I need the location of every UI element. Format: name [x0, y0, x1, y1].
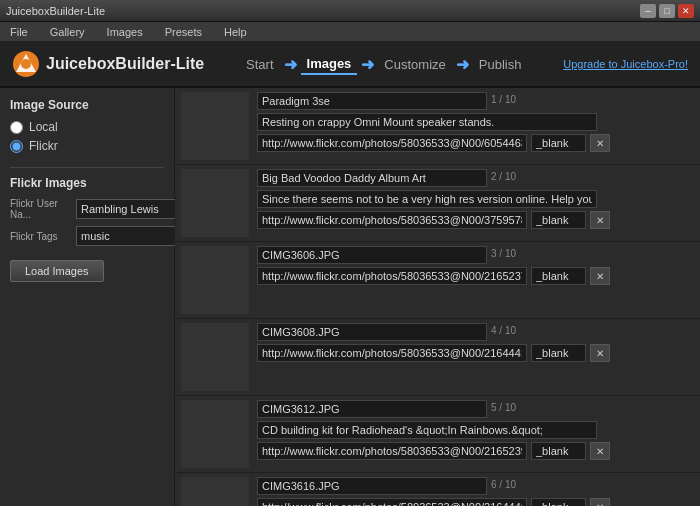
image-details: 3 / 10✕ [257, 246, 694, 285]
arrow-1: ➜ [284, 55, 297, 74]
flickr-user-label: Flickr User Na... [10, 198, 72, 220]
url-row: ✕ [257, 267, 694, 285]
title-row: 2 / 10 [257, 169, 694, 187]
image-counter: 6 / 10 [491, 479, 516, 490]
target-input[interactable] [531, 211, 586, 229]
delete-image-button[interactable]: ✕ [590, 267, 610, 285]
title-input[interactable] [257, 169, 487, 187]
url-input[interactable] [257, 498, 527, 506]
step-start[interactable]: Start [240, 55, 279, 74]
flickr-images-title: Flickr Images [10, 167, 164, 190]
menu-images[interactable]: Images [101, 24, 149, 40]
menu-bar: File Gallery Images Presets Help [0, 22, 700, 42]
image-row: 6 / 10✕ [175, 473, 700, 506]
url-row: ✕ [257, 442, 694, 460]
load-images-button[interactable]: Load Images [10, 260, 104, 282]
image-details: 6 / 10✕ [257, 477, 694, 506]
description-input[interactable] [257, 421, 597, 439]
title-row: 1 / 10 [257, 92, 694, 110]
image-counter: 3 / 10 [491, 248, 516, 259]
target-input[interactable] [531, 344, 586, 362]
image-details: 2 / 10✕ [257, 169, 694, 229]
url-input[interactable] [257, 211, 527, 229]
svg-rect-5 [181, 246, 249, 314]
upgrade-link[interactable]: Upgrade to Juicebox-Pro! [563, 58, 688, 70]
delete-image-button[interactable]: ✕ [590, 344, 610, 362]
thumbnail [181, 169, 249, 237]
radio-flickr-input[interactable] [10, 140, 23, 153]
menu-help[interactable]: Help [218, 24, 253, 40]
image-row: 4 / 10✕ [175, 319, 700, 396]
url-input[interactable] [257, 267, 527, 285]
url-input[interactable] [257, 134, 527, 152]
logo: JuiceboxBuilder-Lite [12, 50, 204, 78]
title-row: 6 / 10 [257, 477, 694, 495]
step-publish[interactable]: Publish [473, 55, 528, 74]
main-layout: Image Source Local Flickr Flickr Images … [0, 88, 700, 506]
close-button[interactable]: ✕ [678, 4, 694, 18]
delete-image-button[interactable]: ✕ [590, 211, 610, 229]
title-input[interactable] [257, 323, 487, 341]
image-counter: 4 / 10 [491, 325, 516, 336]
url-row: ✕ [257, 344, 694, 362]
target-input[interactable] [531, 498, 586, 506]
thumbnail [181, 477, 249, 506]
image-counter: 5 / 10 [491, 402, 516, 413]
svg-rect-8 [181, 477, 249, 506]
step-images[interactable]: Images [301, 54, 358, 75]
menu-presets[interactable]: Presets [159, 24, 208, 40]
radio-local-label: Local [29, 120, 58, 134]
title-input[interactable] [257, 477, 487, 495]
maximize-button[interactable]: □ [659, 4, 675, 18]
radio-local-input[interactable] [10, 121, 23, 134]
title-bar-text: JuiceboxBuilder-Lite [6, 5, 105, 17]
delete-image-button[interactable]: ✕ [590, 498, 610, 506]
title-input[interactable] [257, 92, 487, 110]
radio-local[interactable]: Local [10, 120, 164, 134]
url-row: ✕ [257, 211, 694, 229]
target-input[interactable] [531, 134, 586, 152]
flickr-tags-label: Flickr Tags [10, 231, 72, 242]
logo-icon [12, 50, 40, 78]
image-details: 4 / 10✕ [257, 323, 694, 362]
image-source-radio-group: Local Flickr [10, 120, 164, 153]
radio-flickr[interactable]: Flickr [10, 139, 164, 153]
target-input[interactable] [531, 442, 586, 460]
image-counter: 1 / 10 [491, 94, 516, 105]
nav-steps: Start ➜ Images ➜ Customize ➜ Publish [204, 54, 563, 75]
url-input[interactable] [257, 344, 527, 362]
menu-file[interactable]: File [4, 24, 34, 40]
header: JuiceboxBuilder-Lite Start ➜ Images ➜ Cu… [0, 42, 700, 88]
image-row: 2 / 10✕ [175, 165, 700, 242]
description-input[interactable] [257, 190, 597, 208]
radio-flickr-label: Flickr [29, 139, 58, 153]
flickr-tags-row: Flickr Tags ✕ [10, 226, 164, 246]
url-row: ✕ [257, 498, 694, 506]
sidebar: Image Source Local Flickr Flickr Images … [0, 88, 175, 506]
image-details: 1 / 10✕ [257, 92, 694, 152]
image-list: 1 / 10✕2 / 10✕3 / 10✕4 / 10✕5 / 10✕6 / 1… [175, 88, 700, 506]
title-row: 4 / 10 [257, 323, 694, 341]
title-input[interactable] [257, 400, 487, 418]
arrow-3: ➜ [456, 55, 469, 74]
title-bar: JuiceboxBuilder-Lite – □ ✕ [0, 0, 700, 22]
thumbnail [181, 323, 249, 391]
svg-rect-7 [181, 400, 249, 468]
description-input[interactable] [257, 113, 597, 131]
step-customize[interactable]: Customize [378, 55, 451, 74]
target-input[interactable] [531, 267, 586, 285]
url-input[interactable] [257, 442, 527, 460]
image-row: 3 / 10✕ [175, 242, 700, 319]
image-row: 1 / 10✕ [175, 88, 700, 165]
thumbnail [181, 92, 249, 160]
menu-gallery[interactable]: Gallery [44, 24, 91, 40]
delete-image-button[interactable]: ✕ [590, 134, 610, 152]
minimize-button[interactable]: – [640, 4, 656, 18]
title-input[interactable] [257, 246, 487, 264]
delete-image-button[interactable]: ✕ [590, 442, 610, 460]
image-row: 5 / 10✕ [175, 396, 700, 473]
desc-row [257, 190, 694, 208]
thumbnail [181, 400, 249, 468]
svg-rect-4 [181, 169, 249, 237]
image-source-title: Image Source [10, 98, 164, 112]
